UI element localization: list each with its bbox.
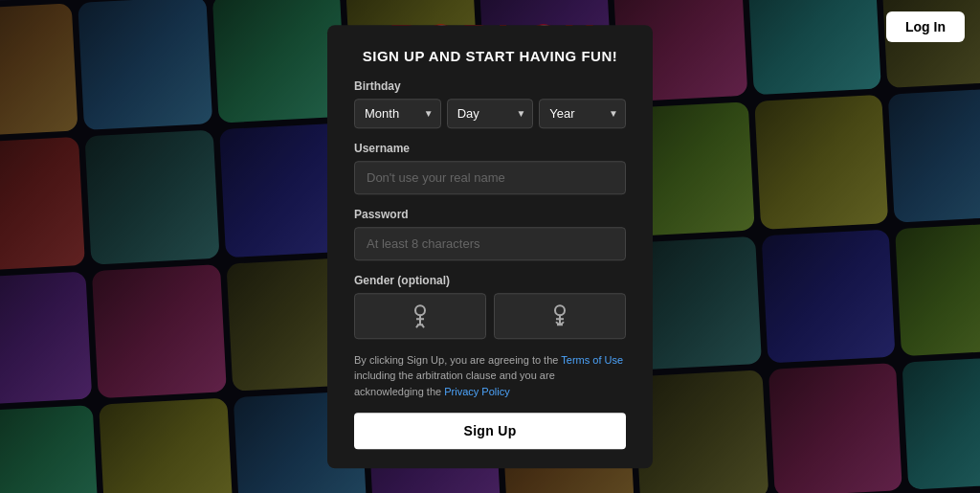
birthday-field: Birthday Month JanuaryFebruaryMarch Apri… — [354, 79, 626, 128]
svg-point-0 — [415, 305, 425, 315]
female-icon — [549, 303, 570, 328]
gender-field: Gender (optional) — [354, 274, 626, 339]
birthday-row: Month JanuaryFebruaryMarch AprilMayJune … — [354, 99, 626, 128]
day-select-wrap: Day 1234 5678 910 ▼ — [447, 99, 534, 128]
male-icon — [410, 303, 431, 328]
signup-heading: SIGN UP AND START HAVING FUN! — [354, 48, 626, 64]
login-button[interactable]: Log In — [886, 11, 965, 42]
svg-point-6 — [555, 305, 565, 315]
username-label: Username — [354, 142, 626, 155]
password-field: Password — [354, 208, 626, 260]
gender-row — [354, 293, 626, 339]
signup-button[interactable]: Sign Up — [354, 413, 626, 449]
signup-panel: SIGN UP AND START HAVING FUN! Birthday M… — [327, 25, 653, 469]
gender-male-button[interactable] — [354, 293, 486, 339]
password-input[interactable] — [354, 227, 626, 260]
username-field: Username — [354, 142, 626, 194]
day-select[interactable]: Day 1234 5678 910 — [447, 99, 534, 128]
username-input[interactable] — [354, 161, 626, 194]
year-select-wrap: Year 2024202320102000 ▼ — [539, 99, 626, 128]
svg-line-5 — [422, 325, 424, 327]
month-select[interactable]: Month JanuaryFebruaryMarch AprilMayJune … — [354, 99, 441, 128]
gender-female-button[interactable] — [494, 293, 626, 339]
gender-label: Gender (optional) — [354, 274, 626, 287]
year-select[interactable]: Year 2024202320102000 — [539, 99, 626, 128]
terms-text: By clicking Sign Up, you are agreeing to… — [354, 352, 626, 400]
svg-line-4 — [416, 325, 418, 327]
password-label: Password — [354, 208, 626, 221]
birthday-label: Birthday — [354, 79, 626, 93]
terms-of-use-link[interactable]: Terms of Use — [561, 354, 623, 366]
month-select-wrap: Month JanuaryFebruaryMarch AprilMayJune … — [354, 99, 441, 128]
privacy-policy-link[interactable]: Privacy Policy — [444, 386, 509, 397]
